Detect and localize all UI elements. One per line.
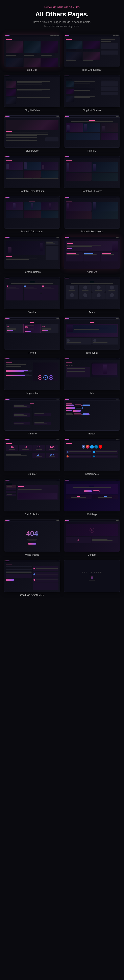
testimonial-card [92, 338, 118, 345]
grid-item-portfolio-grid: Portfolio Grid Layout [4, 196, 60, 233]
item-label-service: Service [28, 311, 36, 314]
sidebar-widget [101, 43, 118, 49]
preview-tab[interactable]: Tab 1 Tab 2 Tab 3 [64, 358, 120, 390]
grid-item-call-to-action: 404 Page [64, 479, 120, 516]
item-label-portfolio: Portfolio [88, 150, 96, 152]
item-label-team: Team [89, 311, 95, 314]
preview-about-us[interactable] [64, 237, 120, 269]
preview-blog-list-sidebar[interactable] [64, 75, 120, 107]
progress-bar [6, 374, 31, 374]
grid-item-blog-grid-sidebar: Blog Grid Sidebar [64, 35, 120, 71]
nav-logo-icon [65, 278, 69, 278]
nav-link-icon [57, 399, 59, 399]
portfolio-box-item [66, 202, 92, 211]
preview-portfolio-details[interactable] [4, 237, 60, 269]
portfolio-box-item [92, 202, 118, 211]
preview-blog-grid[interactable] [4, 35, 60, 67]
team-avatar [97, 285, 100, 290]
preview-portfolio-full[interactable] [64, 156, 120, 188]
grid-item-portfolio-full: Portfolio Full Width [64, 156, 120, 192]
team-avatar [70, 285, 74, 290]
page-desc-line2: More demos are coming soon. [4, 24, 120, 29]
item-label-blog-grid: Blog Grid [27, 68, 37, 71]
pricing-tier-card: $49 [41, 324, 58, 333]
nav-link-icon [57, 480, 59, 480]
nav-link-icon [57, 520, 59, 521]
nav-link-icon [116, 318, 119, 319]
portfolio-item [101, 123, 118, 132]
preview-button[interactable] [64, 398, 120, 431]
social-icon-mini [66, 451, 69, 453]
portfolio-col-item [6, 170, 23, 178]
preview-404[interactable]: 404 [4, 520, 60, 552]
preview-blog-details[interactable] [4, 115, 60, 148]
item-label-portfolio-box: Portfolio Box Layout [81, 230, 103, 233]
portfolio-grid-item [6, 210, 23, 218]
preview-portfolio[interactable] [64, 115, 120, 148]
item-label-portfolio-3col: Portfolio Three Column [20, 190, 45, 192]
preview-blog-grid-sidebar[interactable] [64, 35, 120, 67]
preview-coming-soon[interactable]: COMING SOON [64, 560, 120, 592]
preview-advance-tab[interactable] [4, 479, 60, 511]
advance-tab-item-active [6, 485, 16, 488]
portfolio-full-item [92, 173, 118, 181]
advance-tab-sidebar [6, 485, 16, 500]
grid-item-advance-tab: Call To Action [4, 479, 60, 516]
item-label-blog-list-view: Blog List View [25, 109, 40, 112]
nav-logo-icon [65, 76, 69, 76]
contact-email-field [6, 569, 31, 570]
portfolio-full-item [66, 173, 92, 181]
portfolio-col-item [24, 170, 41, 178]
preview-social-share[interactable]: f ◎ t in [64, 439, 120, 471]
preview-blog-list-view[interactable] [4, 75, 60, 107]
portfolio-grid-item [24, 210, 41, 218]
grid-item-pricing: $9 $29 [4, 317, 60, 354]
nav-logo-icon [5, 35, 9, 36]
team-member-card [66, 293, 78, 299]
preview-portfolio-3col[interactable] [4, 156, 60, 188]
nav-link-icon [57, 278, 59, 278]
nav-logo-icon [5, 156, 9, 157]
blog-preview-img [66, 41, 83, 49]
item-label-portfolio-details: Portfolio Details [24, 270, 41, 274]
nav-logo-icon [65, 156, 69, 157]
grid-item-team: Team [64, 277, 120, 314]
blog-preview-img [24, 41, 41, 53]
nav-logo-icon [65, 116, 69, 117]
preview-team[interactable] [64, 277, 120, 309]
item-label-pricing: Pricing [28, 352, 36, 354]
instagram-icon: ◎ [86, 445, 89, 449]
preview-service[interactable] [4, 277, 60, 309]
preview-timeline[interactable] [4, 398, 60, 431]
nav-link-icon [116, 359, 119, 359]
grid-item-counter: 29 46 14 10 [4, 439, 60, 476]
social-share-row [66, 455, 92, 458]
nav-logo-icon [65, 480, 69, 480]
pricing-tier-card-featured: $29 [24, 324, 41, 333]
team-member-card [79, 285, 91, 292]
blog-preview-img [83, 41, 100, 49]
nav-link-icon [116, 399, 119, 399]
btn-lg-primary [72, 410, 81, 412]
blog-hero-img [6, 120, 58, 130]
preview-call-to-action[interactable] [64, 479, 120, 511]
preview-pricing[interactable]: $9 $29 [4, 317, 60, 350]
team-avatar [110, 293, 114, 297]
error-404-text: 404 [26, 530, 38, 538]
preview-progressbar[interactable] [4, 358, 60, 390]
item-label-counter: Counter [28, 473, 36, 476]
grid-item-portfolio: Portfolio [64, 115, 120, 152]
nav-logo-icon [5, 318, 9, 319]
preview-video-popup[interactable] [64, 520, 120, 552]
preview-testimonial[interactable] [64, 317, 120, 350]
twitter-icon: t [90, 445, 94, 449]
nav-logo-icon [5, 76, 9, 76]
nav-link-icon [116, 480, 119, 480]
preview-portfolio-grid[interactable] [4, 196, 60, 229]
btn-outline [75, 404, 82, 406]
btn-blue [82, 404, 90, 406]
preview-portfolio-box[interactable] [64, 196, 120, 229]
nav-logo-icon [5, 439, 9, 440]
preview-contact[interactable] [4, 560, 60, 592]
preview-counter[interactable]: 29 46 14 10 [4, 439, 60, 471]
